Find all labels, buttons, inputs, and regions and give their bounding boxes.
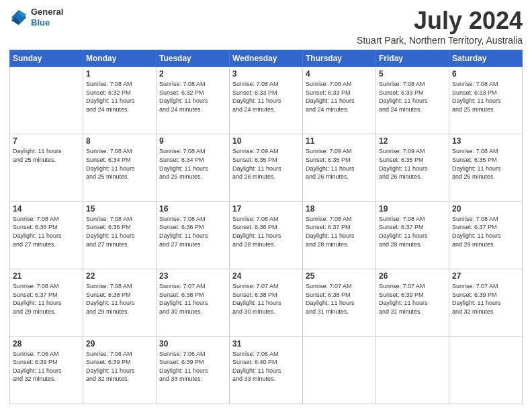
day-number: 24	[232, 271, 300, 281]
day-cell	[449, 336, 523, 404]
day-cell: 10Sunrise: 7:09 AM Sunset: 6:35 PM Dayli…	[230, 134, 303, 201]
day-cell: 20Sunrise: 7:08 AM Sunset: 6:37 PM Dayli…	[449, 201, 523, 269]
calendar: Sunday Monday Tuesday Wednesday Thursday…	[9, 50, 523, 404]
header-saturday: Saturday	[449, 50, 523, 67]
day-number: 14	[13, 204, 80, 214]
header: General Blue July 2024 Stuart Park, Nort…	[9, 7, 523, 46]
day-cell: 24Sunrise: 7:07 AM Sunset: 6:38 PM Dayli…	[230, 269, 303, 336]
day-info: Sunrise: 7:08 AM Sunset: 6:37 PM Dayligh…	[306, 215, 373, 248]
location: Stuart Park, Northern Territory, Austral…	[357, 35, 523, 46]
day-info: Sunrise: 7:07 AM Sunset: 6:38 PM Dayligh…	[159, 282, 226, 316]
day-info: Sunrise: 7:08 AM Sunset: 6:34 PM Dayligh…	[86, 147, 153, 181]
day-cell: 3Sunrise: 7:08 AM Sunset: 6:33 PM Daylig…	[230, 67, 303, 134]
day-cell: 23Sunrise: 7:07 AM Sunset: 6:38 PM Dayli…	[157, 269, 230, 336]
day-cell: 13Sunrise: 7:08 AM Sunset: 6:35 PM Dayli…	[449, 134, 523, 201]
day-number: 17	[232, 204, 300, 214]
day-cell	[303, 336, 376, 404]
day-info: Sunrise: 7:09 AM Sunset: 6:35 PM Dayligh…	[232, 147, 300, 181]
page: General Blue July 2024 Stuart Park, Nort…	[0, 0, 532, 411]
day-number: 2	[159, 69, 226, 79]
day-cell: 30Sunrise: 7:06 AM Sunset: 6:39 PM Dayli…	[157, 336, 230, 404]
day-number: 8	[86, 136, 153, 146]
day-info: Sunrise: 7:07 AM Sunset: 6:38 PM Dayligh…	[306, 282, 373, 316]
day-cell: 21Sunrise: 7:08 AM Sunset: 6:37 PM Dayli…	[10, 269, 83, 336]
day-cell: 17Sunrise: 7:08 AM Sunset: 6:36 PM Dayli…	[230, 201, 303, 269]
day-cell: 2Sunrise: 7:08 AM Sunset: 6:32 PM Daylig…	[157, 67, 230, 134]
day-cell: 6Sunrise: 7:08 AM Sunset: 6:33 PM Daylig…	[449, 67, 523, 134]
day-number: 12	[379, 136, 446, 146]
day-cell: 9Sunrise: 7:08 AM Sunset: 6:34 PM Daylig…	[157, 134, 230, 201]
day-info: Sunrise: 7:08 AM Sunset: 6:36 PM Dayligh…	[13, 215, 80, 248]
day-cell: 26Sunrise: 7:07 AM Sunset: 6:39 PM Dayli…	[376, 269, 449, 336]
day-cell: 22Sunrise: 7:08 AM Sunset: 6:38 PM Dayli…	[83, 269, 157, 336]
day-cell: 28Sunrise: 7:06 AM Sunset: 6:39 PM Dayli…	[10, 336, 83, 404]
day-info: Sunrise: 7:08 AM Sunset: 6:36 PM Dayligh…	[86, 215, 153, 248]
day-info: Sunrise: 7:08 AM Sunset: 6:37 PM Dayligh…	[13, 282, 80, 316]
header-sunday: Sunday	[10, 50, 83, 67]
logo-general: General	[31, 7, 63, 17]
logo: General Blue	[9, 7, 63, 28]
day-number: 22	[86, 271, 153, 281]
day-info: Sunrise: 7:08 AM Sunset: 6:32 PM Dayligh…	[159, 80, 226, 113]
header-wednesday: Wednesday	[230, 50, 303, 67]
day-number: 20	[452, 204, 519, 214]
day-info: Sunrise: 7:08 AM Sunset: 6:37 PM Dayligh…	[379, 215, 446, 248]
day-number: 29	[86, 339, 153, 349]
week-row-2: 7Daylight: 11 hours and 25 minutes.8Sunr…	[10, 134, 523, 201]
week-row-3: 14Sunrise: 7:08 AM Sunset: 6:36 PM Dayli…	[10, 201, 523, 269]
day-info: Sunrise: 7:09 AM Sunset: 6:35 PM Dayligh…	[379, 147, 446, 181]
day-cell: 1Sunrise: 7:08 AM Sunset: 6:32 PM Daylig…	[83, 67, 157, 134]
day-info: Sunrise: 7:07 AM Sunset: 6:39 PM Dayligh…	[379, 282, 446, 316]
header-tuesday: Tuesday	[157, 50, 230, 67]
day-number: 18	[306, 204, 373, 214]
day-number: 27	[452, 271, 519, 281]
day-info: Sunrise: 7:08 AM Sunset: 6:33 PM Dayligh…	[306, 80, 373, 113]
week-row-5: 28Sunrise: 7:06 AM Sunset: 6:39 PM Dayli…	[10, 336, 523, 404]
logo-icon	[9, 8, 28, 27]
day-info: Sunrise: 7:08 AM Sunset: 6:33 PM Dayligh…	[232, 80, 300, 113]
logo-blue: Blue	[31, 17, 63, 28]
day-number: 15	[86, 204, 153, 214]
day-info: Sunrise: 7:08 AM Sunset: 6:36 PM Dayligh…	[232, 215, 300, 248]
day-number: 6	[452, 69, 519, 79]
day-number: 28	[13, 339, 80, 349]
day-number: 13	[452, 136, 519, 146]
day-info: Sunrise: 7:07 AM Sunset: 6:38 PM Dayligh…	[232, 282, 300, 316]
day-number: 9	[159, 136, 226, 146]
day-info: Daylight: 11 hours and 25 minutes.	[13, 147, 80, 164]
day-info: Sunrise: 7:08 AM Sunset: 6:37 PM Dayligh…	[452, 215, 519, 248]
day-number: 7	[13, 136, 80, 146]
day-info: Sunrise: 7:08 AM Sunset: 6:33 PM Dayligh…	[379, 80, 446, 113]
day-number: 11	[306, 136, 373, 146]
day-cell: 29Sunrise: 7:06 AM Sunset: 6:39 PM Dayli…	[83, 336, 157, 404]
day-number: 26	[379, 271, 446, 281]
day-cell: 16Sunrise: 7:08 AM Sunset: 6:36 PM Dayli…	[157, 201, 230, 269]
title-block: July 2024 Stuart Park, Northern Territor…	[357, 7, 523, 46]
day-number: 10	[232, 136, 300, 146]
week-row-4: 21Sunrise: 7:08 AM Sunset: 6:37 PM Dayli…	[10, 269, 523, 336]
day-cell: 18Sunrise: 7:08 AM Sunset: 6:37 PM Dayli…	[303, 201, 376, 269]
header-friday: Friday	[376, 50, 449, 67]
day-cell: 25Sunrise: 7:07 AM Sunset: 6:38 PM Dayli…	[303, 269, 376, 336]
day-cell: 7Daylight: 11 hours and 25 minutes.	[10, 134, 83, 201]
week-row-1: 1Sunrise: 7:08 AM Sunset: 6:32 PM Daylig…	[10, 67, 523, 134]
day-number: 3	[232, 69, 300, 79]
day-cell: 12Sunrise: 7:09 AM Sunset: 6:35 PM Dayli…	[376, 134, 449, 201]
day-info: Sunrise: 7:08 AM Sunset: 6:34 PM Dayligh…	[159, 147, 226, 181]
day-cell: 5Sunrise: 7:08 AM Sunset: 6:33 PM Daylig…	[376, 67, 449, 134]
day-number: 5	[379, 69, 446, 79]
day-info: Sunrise: 7:07 AM Sunset: 6:39 PM Dayligh…	[452, 282, 519, 316]
day-cell: 8Sunrise: 7:08 AM Sunset: 6:34 PM Daylig…	[83, 134, 157, 201]
weekday-header-row: Sunday Monday Tuesday Wednesday Thursday…	[10, 50, 523, 67]
day-number: 30	[159, 339, 226, 349]
day-info: Sunrise: 7:08 AM Sunset: 6:38 PM Dayligh…	[86, 282, 153, 316]
day-info: Sunrise: 7:06 AM Sunset: 6:40 PM Dayligh…	[232, 350, 300, 383]
day-cell: 4Sunrise: 7:08 AM Sunset: 6:33 PM Daylig…	[303, 67, 376, 134]
day-number: 1	[86, 69, 153, 79]
day-info: Sunrise: 7:08 AM Sunset: 6:32 PM Dayligh…	[86, 80, 153, 113]
day-cell	[10, 67, 83, 134]
day-cell	[376, 336, 449, 404]
day-cell: 14Sunrise: 7:08 AM Sunset: 6:36 PM Dayli…	[10, 201, 83, 269]
day-cell: 19Sunrise: 7:08 AM Sunset: 6:37 PM Dayli…	[376, 201, 449, 269]
day-number: 25	[306, 271, 373, 281]
